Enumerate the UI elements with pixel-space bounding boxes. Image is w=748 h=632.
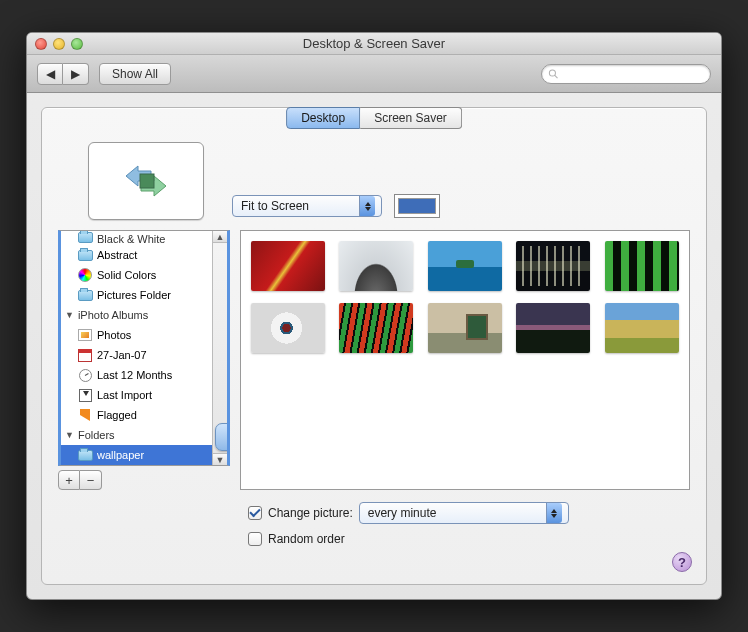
current-desktop-preview: [88, 142, 204, 220]
colorwheel-icon: [77, 267, 93, 283]
clock-icon: [77, 367, 93, 383]
disclosure-triangle-icon[interactable]: ▼: [65, 310, 74, 320]
list-item-label: Last Import: [97, 389, 152, 401]
wallpaper-thumbnail[interactable]: [339, 241, 413, 291]
wallpaper-thumbnail[interactable]: [251, 303, 325, 353]
fill-color-swatch: [398, 198, 436, 214]
source-list[interactable]: Black & White Abstract Solid Colors: [58, 230, 230, 466]
list-item-last-12-months[interactable]: Last 12 Months: [61, 365, 227, 385]
fit-mode-label: Fit to Screen: [241, 199, 309, 213]
group-folders[interactable]: ▼ Folders: [61, 425, 227, 445]
scroll-thumb[interactable]: [215, 423, 230, 451]
toolbar: ◀ ▶ Show All: [27, 55, 721, 93]
back-icon: ◀: [46, 67, 55, 81]
list-item-solid-colors[interactable]: Solid Colors: [61, 265, 227, 285]
minimize-button[interactable]: [53, 38, 65, 50]
zoom-button[interactable]: [71, 38, 83, 50]
scrollbar[interactable]: ▲ ▼: [212, 231, 227, 465]
recycle-icon: [116, 156, 176, 206]
content: Desktop Screen Saver Fit to Screen: [27, 93, 721, 599]
change-picture-label: Change picture:: [268, 506, 353, 520]
titlebar: Desktop & Screen Saver: [27, 33, 721, 55]
change-interval-popup[interactable]: every minute: [359, 502, 569, 524]
wallpaper-thumbnail[interactable]: [339, 303, 413, 353]
svg-rect-2: [140, 174, 154, 188]
search-input[interactable]: [563, 68, 704, 80]
fit-mode-popup[interactable]: Fit to Screen: [232, 195, 382, 217]
list-item-pictures-folder[interactable]: Pictures Folder: [61, 285, 227, 305]
fit-row: Fit to Screen: [232, 194, 440, 218]
wallpaper-thumbnail[interactable]: [428, 303, 502, 353]
svg-point-0: [549, 69, 555, 75]
folder-icon: [77, 447, 93, 463]
nav-segment: ◀ ▶: [37, 63, 89, 85]
window-title: Desktop & Screen Saver: [27, 36, 721, 51]
group-iphoto-albums[interactable]: ▼ iPhoto Albums: [61, 305, 227, 325]
list-item-last-import[interactable]: Last Import: [61, 385, 227, 405]
show-all-button[interactable]: Show All: [99, 63, 171, 85]
list-item-label: Solid Colors: [97, 269, 156, 281]
calendar-icon: [77, 347, 93, 363]
search-field[interactable]: [541, 64, 711, 84]
disclosure-triangle-icon[interactable]: ▼: [65, 430, 74, 440]
middle-row: Black & White Abstract Solid Colors: [58, 230, 690, 490]
list-item-date[interactable]: 27-Jan-07: [61, 345, 227, 365]
main-panel: Desktop Screen Saver Fit to Screen: [41, 107, 707, 585]
wallpaper-thumbnail[interactable]: [605, 303, 679, 353]
random-order-row: Random order: [248, 526, 690, 552]
list-item-wallpaper[interactable]: wallpaper: [61, 445, 227, 465]
list-item-flagged[interactable]: Flagged: [61, 405, 227, 425]
list-item-label: Black & White: [97, 233, 165, 245]
list-item-label: Pictures Folder: [97, 289, 171, 301]
change-picture-row: Change picture: every minute: [248, 500, 690, 526]
forward-icon: ▶: [71, 67, 80, 81]
sidebar: Black & White Abstract Solid Colors: [58, 230, 230, 490]
thumbnail-grid: [240, 230, 690, 490]
svg-line-1: [555, 75, 558, 78]
stepper-arrows-icon: [359, 196, 375, 216]
window-controls: [27, 38, 83, 50]
add-remove-bar: + −: [58, 470, 230, 490]
list-item-label: wallpaper: [97, 449, 144, 461]
photo-icon: [77, 327, 93, 343]
group-label: iPhoto Albums: [78, 309, 148, 321]
random-order-checkbox[interactable]: [248, 532, 262, 546]
remove-folder-button[interactable]: −: [80, 470, 102, 490]
change-picture-checkbox[interactable]: [248, 506, 262, 520]
add-folder-button[interactable]: +: [58, 470, 80, 490]
close-button[interactable]: [35, 38, 47, 50]
help-icon: ?: [678, 555, 686, 570]
folder-icon: [77, 287, 93, 303]
list-item-label: Abstract: [97, 249, 137, 261]
search-wrap: [541, 64, 711, 84]
wallpaper-thumbnail[interactable]: [516, 241, 590, 291]
list-item-photos[interactable]: Photos: [61, 325, 227, 345]
tab-bar: Desktop Screen Saver: [286, 107, 462, 129]
list-item-abstract[interactable]: Abstract: [61, 245, 227, 265]
tab-desktop[interactable]: Desktop: [286, 107, 360, 129]
wallpaper-thumbnail[interactable]: [428, 241, 502, 291]
interval-label: every minute: [368, 506, 437, 520]
preferences-window: Desktop & Screen Saver ◀ ▶ Show All Desk…: [26, 32, 722, 600]
random-order-label: Random order: [268, 532, 345, 546]
options: Change picture: every minute Random orde…: [248, 500, 690, 552]
scroll-up-arrow-icon[interactable]: ▲: [213, 231, 227, 243]
top-row: Fit to Screen: [58, 142, 690, 220]
list-item-label: Last 12 Months: [97, 369, 172, 381]
list-item[interactable]: Black & White: [61, 231, 227, 245]
wallpaper-thumbnail[interactable]: [516, 303, 590, 353]
help-button[interactable]: ?: [672, 552, 692, 572]
wallpaper-thumbnail[interactable]: [251, 241, 325, 291]
forward-button[interactable]: ▶: [63, 63, 89, 85]
folder-icon: [77, 247, 93, 263]
back-button[interactable]: ◀: [37, 63, 63, 85]
stepper-arrows-icon: [546, 503, 562, 523]
tab-screensaver[interactable]: Screen Saver: [360, 107, 462, 129]
flag-icon: [77, 407, 93, 423]
wallpaper-thumbnail[interactable]: [605, 241, 679, 291]
import-icon: [77, 387, 93, 403]
list-item-label: Photos: [97, 329, 131, 341]
group-label: Folders: [78, 429, 115, 441]
fill-color-well[interactable]: [394, 194, 440, 218]
scroll-down-arrow-icon[interactable]: ▼: [213, 453, 227, 465]
